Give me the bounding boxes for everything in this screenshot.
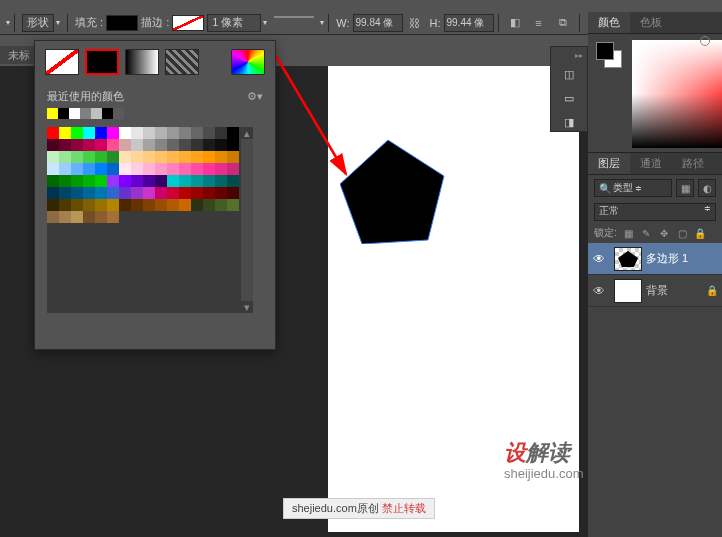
recent-swatch[interactable] bbox=[102, 108, 113, 119]
color-swatch[interactable] bbox=[167, 151, 179, 163]
properties-icon[interactable]: ▭ bbox=[557, 90, 581, 108]
color-swatch[interactable] bbox=[143, 139, 155, 151]
fg-color-swatch[interactable] bbox=[596, 42, 614, 60]
color-swatch[interactable] bbox=[71, 187, 83, 199]
color-swatch[interactable] bbox=[143, 151, 155, 163]
color-swatch[interactable] bbox=[191, 187, 203, 199]
color-swatch[interactable] bbox=[107, 175, 119, 187]
color-swatch[interactable] bbox=[95, 175, 107, 187]
filter-adjust-icon[interactable]: ◐ bbox=[698, 179, 716, 197]
fill-type-none[interactable] bbox=[45, 49, 79, 75]
color-swatch[interactable] bbox=[227, 163, 239, 175]
color-swatch[interactable] bbox=[47, 175, 59, 187]
color-swatch[interactable] bbox=[167, 175, 179, 187]
color-swatch[interactable] bbox=[47, 127, 59, 139]
color-swatch[interactable] bbox=[203, 187, 215, 199]
color-swatch[interactable] bbox=[191, 151, 203, 163]
color-swatch[interactable] bbox=[119, 139, 131, 151]
color-swatch[interactable] bbox=[143, 187, 155, 199]
color-swatch[interactable] bbox=[227, 199, 239, 211]
color-ramp[interactable] bbox=[632, 40, 722, 148]
color-swatch[interactable] bbox=[83, 151, 95, 163]
info-icon[interactable]: ◨ bbox=[557, 113, 581, 131]
color-swatch[interactable] bbox=[119, 151, 131, 163]
color-swatch[interactable] bbox=[143, 163, 155, 175]
color-swatch[interactable] bbox=[155, 151, 167, 163]
path-op-icon[interactable]: ◧ bbox=[506, 14, 524, 32]
color-swatch[interactable] bbox=[203, 151, 215, 163]
color-swatch[interactable] bbox=[83, 163, 95, 175]
color-swatch[interactable] bbox=[107, 151, 119, 163]
tab-layers[interactable]: 图层 bbox=[588, 153, 630, 174]
color-swatch[interactable] bbox=[47, 199, 59, 211]
color-swatch[interactable] bbox=[155, 199, 167, 211]
recent-swatch[interactable] bbox=[80, 108, 91, 119]
fill-color-picker[interactable] bbox=[231, 49, 265, 75]
tab-color[interactable]: 颜色 bbox=[588, 12, 630, 33]
fill-type-solid[interactable] bbox=[85, 49, 119, 75]
color-swatch[interactable] bbox=[179, 187, 191, 199]
color-swatch[interactable] bbox=[83, 139, 95, 151]
color-swatch[interactable] bbox=[179, 199, 191, 211]
color-swatch[interactable] bbox=[203, 175, 215, 187]
color-swatch[interactable] bbox=[95, 211, 107, 223]
color-swatch[interactable] bbox=[59, 163, 71, 175]
color-swatch[interactable] bbox=[215, 151, 227, 163]
color-swatch[interactable] bbox=[203, 127, 215, 139]
layer-item[interactable]: 👁背景🔒 bbox=[588, 275, 722, 307]
color-swatch[interactable] bbox=[155, 163, 167, 175]
color-swatch[interactable] bbox=[227, 127, 239, 139]
color-swatch[interactable] bbox=[59, 211, 71, 223]
color-swatch[interactable] bbox=[95, 199, 107, 211]
color-swatch[interactable] bbox=[59, 151, 71, 163]
color-swatch[interactable] bbox=[191, 163, 203, 175]
lock-artboard-icon[interactable]: ▢ bbox=[676, 227, 689, 240]
stroke-swatch[interactable] bbox=[172, 15, 204, 31]
stroke-style-select[interactable] bbox=[274, 16, 314, 30]
layer-filter-select[interactable]: 🔍类型 ≑ bbox=[594, 179, 672, 197]
color-swatch[interactable] bbox=[215, 127, 227, 139]
color-swatch[interactable] bbox=[95, 187, 107, 199]
color-swatch[interactable] bbox=[131, 163, 143, 175]
lock-all-icon[interactable]: 🔒 bbox=[694, 227, 707, 240]
color-swatch[interactable] bbox=[215, 187, 227, 199]
color-swatch[interactable] bbox=[119, 163, 131, 175]
color-swatch[interactable] bbox=[47, 139, 59, 151]
color-swatch[interactable] bbox=[167, 187, 179, 199]
color-swatch[interactable] bbox=[83, 187, 95, 199]
color-swatch[interactable] bbox=[119, 187, 131, 199]
color-swatch[interactable] bbox=[227, 175, 239, 187]
color-swatch[interactable] bbox=[131, 187, 143, 199]
scroll-down-icon[interactable]: ▾ bbox=[241, 301, 253, 313]
lock-pixels-icon[interactable]: ✎ bbox=[640, 227, 653, 240]
color-swatch[interactable] bbox=[191, 127, 203, 139]
color-swatch[interactable] bbox=[107, 127, 119, 139]
blend-mode-select[interactable]: 正常 ≑ bbox=[594, 203, 716, 221]
recent-swatch[interactable] bbox=[47, 108, 58, 119]
color-swatch[interactable] bbox=[47, 187, 59, 199]
prev-tool-chevron[interactable]: ▾ bbox=[6, 18, 10, 27]
color-swatch[interactable] bbox=[131, 139, 143, 151]
color-swatch[interactable] bbox=[143, 127, 155, 139]
filter-pixel-icon[interactable]: ▦ bbox=[676, 179, 694, 197]
width-input[interactable] bbox=[353, 14, 403, 32]
color-swatch[interactable] bbox=[131, 175, 143, 187]
color-swatch[interactable] bbox=[215, 163, 227, 175]
color-swatch[interactable] bbox=[95, 151, 107, 163]
color-swatch[interactable] bbox=[167, 163, 179, 175]
visibility-eye-icon[interactable]: 👁 bbox=[592, 284, 606, 298]
color-swatch[interactable] bbox=[143, 199, 155, 211]
color-swatch[interactable] bbox=[95, 127, 107, 139]
fill-type-pattern[interactable] bbox=[165, 49, 199, 75]
tab-swatches[interactable]: 色板 bbox=[630, 12, 672, 33]
visibility-eye-icon[interactable]: 👁 bbox=[592, 252, 606, 266]
arrange-icon[interactable]: ⧉ bbox=[554, 14, 572, 32]
color-swatch[interactable] bbox=[131, 127, 143, 139]
color-swatch[interactable] bbox=[215, 199, 227, 211]
fill-swatch[interactable] bbox=[106, 15, 138, 31]
stroke-width-select[interactable]: 1 像素▾ bbox=[207, 14, 267, 32]
color-swatch[interactable] bbox=[95, 139, 107, 151]
color-swatch[interactable] bbox=[179, 175, 191, 187]
shape-mode-select[interactable]: 形状▾ bbox=[22, 14, 60, 32]
color-swatch[interactable] bbox=[167, 127, 179, 139]
